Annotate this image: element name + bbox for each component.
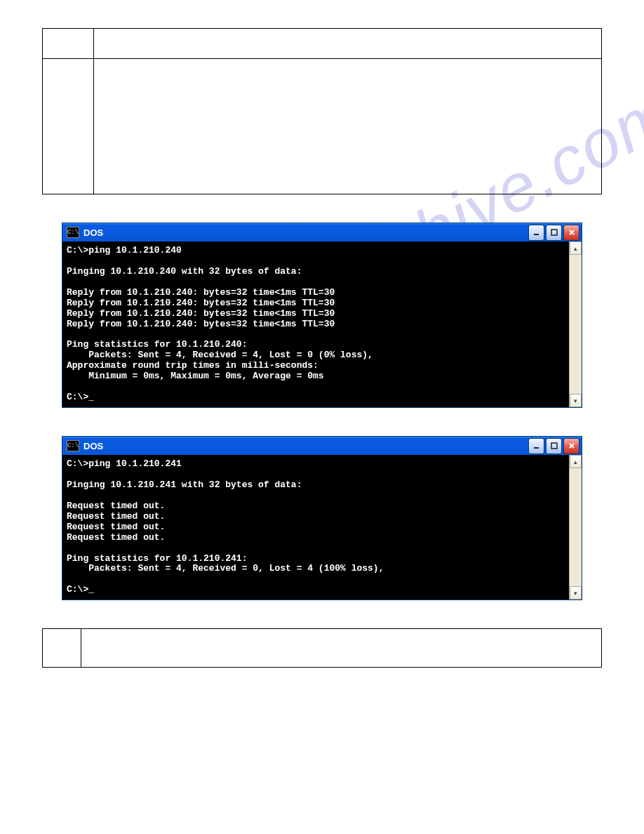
window-title: DOS: [83, 227, 103, 238]
console-output[interactable]: C:\>ping 10.1.210.241 Pinging 10.1.210.2…: [62, 455, 569, 600]
blank-table-bottom: [42, 628, 602, 668]
close-button[interactable]: [563, 225, 579, 241]
dos-window-timeout: C:\ DOS C:\>ping 10.1.210.241 Pinging 10…: [62, 436, 582, 600]
minimize-button[interactable]: [528, 438, 544, 454]
svg-rect-0: [534, 234, 539, 235]
cmd-icon: C:\: [67, 440, 79, 451]
minimize-button[interactable]: [528, 225, 544, 241]
cmd-icon: C:\: [67, 227, 79, 238]
dos-window-success: C:\ DOS C:\>ping 10.1.210.240 Pinging 10…: [62, 223, 582, 408]
close-button[interactable]: [563, 438, 579, 454]
maximize-button[interactable]: [546, 225, 562, 241]
blank-table-top: [42, 28, 602, 194]
scroll-down-button[interactable]: ▾: [570, 586, 582, 600]
titlebar[interactable]: C:\ DOS: [62, 437, 582, 455]
scroll-up-button[interactable]: ▴: [570, 241, 582, 255]
svg-rect-1: [551, 230, 557, 235]
scrollbar[interactable]: ▴ ▾: [569, 241, 582, 407]
svg-rect-5: [551, 443, 557, 449]
window-title: DOS: [83, 441, 103, 451]
scrollbar[interactable]: ▴ ▾: [569, 455, 582, 600]
scroll-up-button[interactable]: ▴: [570, 455, 582, 468]
scroll-down-button[interactable]: ▾: [570, 394, 582, 407]
titlebar[interactable]: C:\ DOS: [62, 223, 582, 241]
svg-rect-4: [534, 447, 539, 449]
console-output[interactable]: C:\>ping 10.1.210.240 Pinging 10.1.210.2…: [62, 241, 569, 407]
maximize-button[interactable]: [546, 438, 562, 454]
